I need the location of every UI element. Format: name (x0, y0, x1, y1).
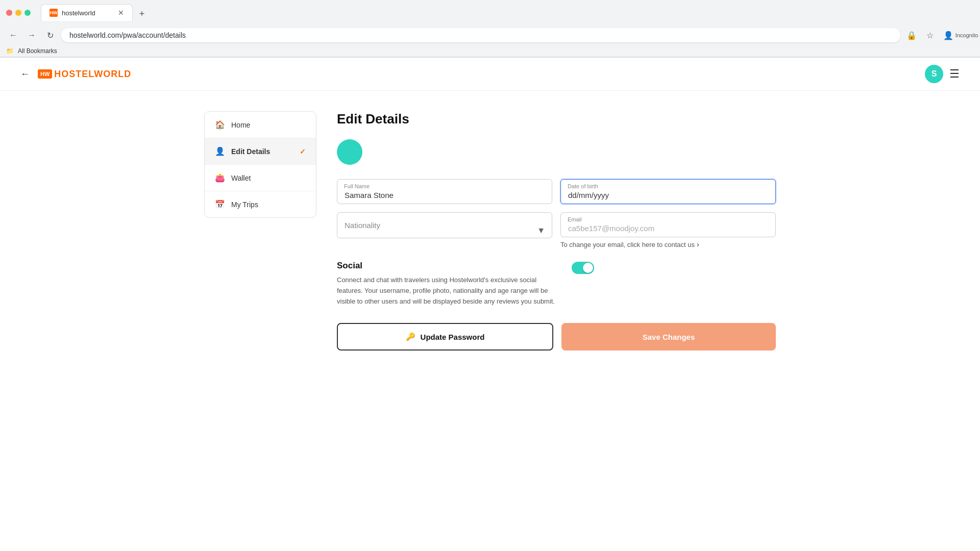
logo-box: HW (38, 69, 52, 79)
maximize-window-btn[interactable] (24, 10, 31, 16)
sidebar-item-wallet[interactable]: 👛 Wallet (205, 165, 316, 191)
tab-title: hostelworld (62, 9, 95, 17)
minimize-window-btn[interactable] (15, 10, 21, 16)
save-changes-label: Save Changes (643, 333, 695, 341)
bookmarks-label[interactable]: All Bookmarks (18, 47, 57, 55)
full-name-input[interactable] (337, 179, 552, 204)
content-area: Edit Details Full Name Date of birth Nat… (337, 111, 776, 350)
user-icon: 👤 (215, 146, 225, 156)
sidebar-card: 🏠 Home 👤 Edit Details ✓ 👛 Wallet 📅 My Tr… (204, 111, 316, 218)
form-row-2: Nationality ▼ Email To change your email… (337, 212, 776, 248)
address-bar-row: ← → ↻ 🔒 ☆ 👤 Incognito (0, 25, 980, 45)
dob-field: Date of birth (560, 179, 776, 204)
nationality-field: Nationality ▼ (337, 212, 552, 248)
social-section: Social Connect and chat with travelers u… (337, 261, 776, 307)
back-button[interactable]: ← (20, 69, 30, 80)
save-changes-button[interactable]: Save Changes (561, 323, 776, 350)
social-row: Social Connect and chat with travelers u… (337, 261, 776, 307)
social-title: Social (337, 261, 561, 271)
sidebar-item-my-trips[interactable]: 📅 My Trips (205, 191, 316, 217)
email-field-group: Email To change your email, click here t… (560, 212, 776, 248)
forward-nav-btn[interactable]: → (24, 28, 39, 42)
social-text: Social Connect and chat with travelers u… (337, 261, 561, 307)
full-name-field: Full Name (337, 179, 552, 204)
form-row-1: Full Name Date of birth (337, 179, 776, 204)
avatar[interactable]: S (925, 65, 943, 83)
back-nav-btn[interactable]: ← (6, 28, 20, 42)
header-right: S ☰ (925, 65, 960, 83)
header-left: ← HW HOSTELWORLD (20, 69, 131, 80)
key-icon: 🔑 (406, 332, 415, 341)
avatar-large (337, 139, 362, 165)
email-change-text: To change your email, click here to cont… (560, 241, 695, 248)
sidebar-item-edit-details[interactable]: 👤 Edit Details ✓ (205, 138, 316, 165)
update-password-button[interactable]: 🔑 Update Password (337, 323, 553, 350)
wallet-icon: 👛 (215, 173, 225, 183)
logo: HW HOSTELWORLD (38, 69, 131, 80)
sidebar: 🏠 Home 👤 Edit Details ✓ 👛 Wallet 📅 My Tr… (204, 111, 316, 350)
refresh-btn[interactable]: ↻ (43, 28, 57, 42)
page-title: Edit Details (337, 111, 776, 127)
nationality-select[interactable]: Nationality (337, 212, 552, 238)
bookmarks-bar: 📁 All Bookmarks (0, 45, 980, 57)
email-change-arrow-icon: › (697, 240, 699, 248)
logo-text: HOSTELWORLD (54, 69, 131, 80)
titlebar: HW hostelworld ✕ + (0, 0, 980, 25)
email-change-link[interactable]: To change your email, click here to cont… (560, 240, 776, 248)
sidebar-item-my-trips-label: My Trips (231, 201, 258, 209)
browser-tab[interactable]: HW hostelworld ✕ (41, 4, 133, 21)
home-icon: 🏠 (215, 120, 225, 130)
dob-input[interactable] (560, 179, 776, 204)
chevron-right-icon: ✓ (300, 147, 306, 156)
social-toggle[interactable] (572, 262, 594, 274)
browser-chrome: HW hostelworld ✕ + ← → ↻ 🔒 ☆ 👤 Incognito… (0, 0, 980, 58)
update-password-label: Update Password (421, 333, 485, 341)
hamburger-menu-btn[interactable]: ☰ (949, 67, 960, 81)
sidebar-item-home-label: Home (231, 121, 250, 129)
bookmark-star-icon[interactable]: ☆ (923, 28, 937, 42)
social-description: Connect and chat with travelers using Ho… (337, 275, 561, 307)
browser-icons: 🔒 ☆ 👤 Incognito (904, 28, 974, 42)
incognito-label: Incognito (960, 28, 974, 42)
close-window-btn[interactable] (6, 10, 12, 16)
tab-close-btn[interactable]: ✕ (118, 9, 124, 17)
new-tab-btn[interactable]: + (135, 7, 149, 21)
trips-icon: 📅 (215, 199, 225, 209)
window-controls (6, 10, 31, 16)
page-wrapper: ← HW HOSTELWORLD S ☰ 🏠 Home 👤 Edit Detai… (0, 58, 980, 551)
button-row: 🔑 Update Password Save Changes (337, 323, 776, 350)
sidebar-item-edit-details-label: Edit Details (231, 147, 270, 156)
email-input[interactable] (560, 212, 776, 237)
tab-favicon: HW (50, 9, 58, 17)
tab-bar: HW hostelworld ✕ + (35, 4, 155, 21)
toggle-knob (583, 263, 593, 273)
sidebar-item-home[interactable]: 🏠 Home (205, 112, 316, 138)
profile-icon[interactable]: 👤 (941, 28, 955, 42)
address-input[interactable] (61, 28, 900, 42)
main-container: 🏠 Home 👤 Edit Details ✓ 👛 Wallet 📅 My Tr… (184, 91, 796, 371)
sidebar-item-wallet-label: Wallet (231, 174, 251, 182)
site-header: ← HW HOSTELWORLD S ☰ (0, 58, 980, 91)
privacy-icon[interactable]: 🔒 (904, 28, 919, 42)
